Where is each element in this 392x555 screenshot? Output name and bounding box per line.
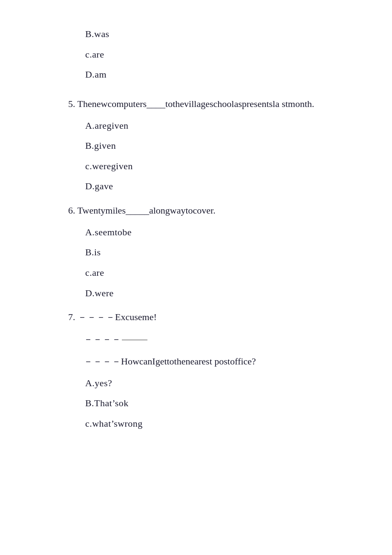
question-5-options: A.aregiven B.given c.weregiven D.gave xyxy=(85,117,358,195)
option-label: B. xyxy=(85,247,94,257)
option-text: was xyxy=(94,29,110,39)
option-text: yes? xyxy=(95,378,112,388)
question-6-options: A.seemtobe B.is c.are D.were xyxy=(85,224,358,301)
option-text: is xyxy=(94,247,101,257)
option-label: c. xyxy=(85,49,92,60)
option-label: c. xyxy=(85,267,92,278)
question-6-number: 6. xyxy=(68,205,75,216)
option-text: what’swrong xyxy=(92,418,143,429)
q6-option-c: c.are xyxy=(85,264,358,281)
option-label: B. xyxy=(85,398,94,408)
option-text: are xyxy=(92,49,104,60)
question-6-body: Twentymiles_____alongwaytocover. xyxy=(78,205,216,216)
option-B-was: B.was xyxy=(85,26,358,43)
option-label: A. xyxy=(85,120,95,131)
question-7-blank xyxy=(122,340,147,340)
q6-option-A: A.seemtobe xyxy=(85,224,358,241)
question-7-number: 7. xyxy=(68,312,75,322)
option-label: c. xyxy=(85,161,92,171)
prev-question-options: B.was c.are D.am xyxy=(68,26,358,83)
question-5-body: Thenewcomputers____tothevillageschoolasp… xyxy=(78,98,314,109)
question-5-text: 5. Thenewcomputers____tothevillageschool… xyxy=(68,95,358,113)
option-D-am: D.am xyxy=(85,66,358,83)
option-label: D. xyxy=(85,288,95,298)
option-text: were xyxy=(95,288,114,298)
question-7-excuseme: －－－－Excuseme! xyxy=(78,312,157,322)
question-5-number: 5. xyxy=(68,98,75,109)
option-text: weregiven xyxy=(92,161,133,171)
option-label: D. xyxy=(85,69,95,80)
q7-option-A: A.yes? xyxy=(85,375,358,392)
option-text: are xyxy=(92,267,104,278)
option-text: seemtobe xyxy=(95,227,132,237)
option-text: That’sok xyxy=(94,398,129,408)
option-text: gave xyxy=(95,181,113,191)
question-5: 5. Thenewcomputers____tothevillageschool… xyxy=(68,95,358,432)
option-label: A. xyxy=(85,378,95,388)
q7-option-B: B.That’sok xyxy=(85,395,358,412)
question-6: 6. Twentymiles_____alongwaytocover. A.se… xyxy=(68,202,358,301)
option-label: D. xyxy=(85,181,95,191)
q5-option-A: A.aregiven xyxy=(85,117,358,134)
question-6-text: 6. Twentymiles_____alongwaytocover. xyxy=(68,202,358,220)
option-text: am xyxy=(95,69,107,80)
question-7-line2: －－－－ xyxy=(84,330,358,348)
option-text: aregiven xyxy=(95,120,128,131)
question-7-options: A.yes? B.That’sok c.what’swrong xyxy=(85,375,358,432)
question-7-how: －－－－HowcanIgettothenearest postoffice? xyxy=(84,356,256,367)
question-7-line3: －－－－HowcanIgettothenearest postoffice? xyxy=(84,353,358,370)
q6-option-B: B.is xyxy=(85,244,358,261)
question-7: 7. －－－－Excuseme! －－－－ －－－－HowcanIgettoth… xyxy=(68,308,358,432)
option-label: c. xyxy=(85,418,92,429)
question-7-line1: 7. －－－－Excuseme! xyxy=(68,308,358,326)
option-label: B. xyxy=(85,29,94,39)
option-text: given xyxy=(94,140,116,151)
question-7-dashes: －－－－ xyxy=(84,334,121,344)
q5-option-B: B.given xyxy=(85,137,358,154)
option-label: A. xyxy=(85,227,95,237)
q5-option-D: D.gave xyxy=(85,178,358,195)
option-label: B. xyxy=(85,140,94,151)
option-c-are: c.are xyxy=(85,46,358,63)
q6-option-D: D.were xyxy=(85,285,358,302)
q7-option-c: c.what’swrong xyxy=(85,415,358,432)
q5-option-c: c.weregiven xyxy=(85,158,358,175)
